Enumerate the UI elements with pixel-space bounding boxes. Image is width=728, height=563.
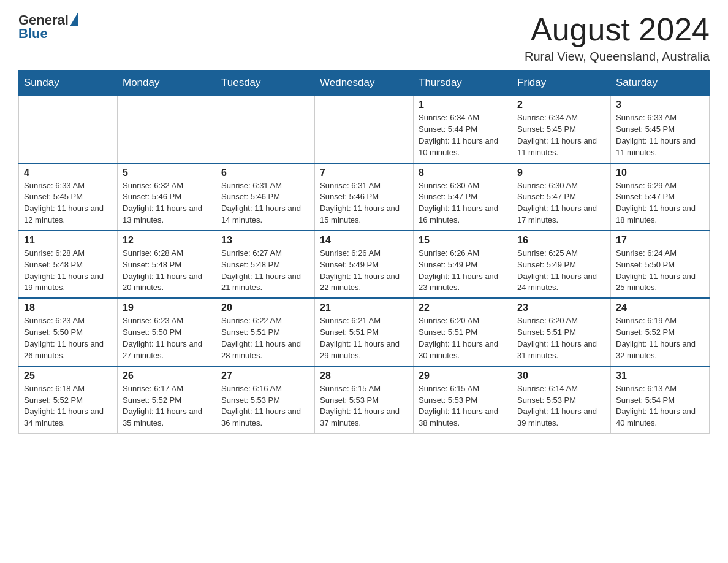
day-info: Sunrise: 6:30 AMSunset: 5:47 PMDaylight:… (419, 180, 507, 226)
calendar-day-cell: 30Sunrise: 6:14 AMSunset: 5:53 PMDayligh… (512, 366, 611, 434)
day-number: 16 (517, 235, 605, 246)
day-number: 30 (517, 370, 605, 381)
day-number: 15 (419, 235, 507, 246)
day-info: Sunrise: 6:18 AMSunset: 5:52 PMDaylight:… (24, 383, 112, 429)
day-number: 22 (419, 302, 507, 313)
day-info: Sunrise: 6:31 AMSunset: 5:46 PMDaylight:… (320, 180, 408, 226)
day-info: Sunrise: 6:32 AMSunset: 5:46 PMDaylight:… (123, 180, 211, 226)
calendar-day-header: Wednesday (315, 71, 414, 96)
page-title: August 2024 (525, 12, 710, 47)
day-number: 27 (221, 370, 309, 381)
day-info: Sunrise: 6:22 AMSunset: 5:51 PMDaylight:… (221, 315, 309, 361)
day-number: 8 (419, 167, 507, 178)
day-number: 26 (123, 370, 211, 381)
calendar-day-cell: 27Sunrise: 6:16 AMSunset: 5:53 PMDayligh… (216, 366, 315, 434)
day-number: 1 (419, 99, 507, 110)
calendar-week-row: 25Sunrise: 6:18 AMSunset: 5:52 PMDayligh… (19, 366, 710, 434)
calendar-week-row: 1Sunrise: 6:34 AMSunset: 5:44 PMDaylight… (19, 96, 710, 163)
calendar-day-cell: 20Sunrise: 6:22 AMSunset: 5:51 PMDayligh… (216, 298, 315, 366)
day-number: 11 (24, 235, 112, 246)
calendar-week-row: 11Sunrise: 6:28 AMSunset: 5:48 PMDayligh… (19, 231, 710, 298)
day-info: Sunrise: 6:33 AMSunset: 5:45 PMDaylight:… (24, 180, 112, 226)
day-info: Sunrise: 6:23 AMSunset: 5:50 PMDaylight:… (24, 315, 112, 361)
calendar-day-cell: 4Sunrise: 6:33 AMSunset: 5:45 PMDaylight… (19, 163, 118, 231)
day-info: Sunrise: 6:15 AMSunset: 5:53 PMDaylight:… (419, 383, 507, 429)
logo-blue-text: Blue (18, 26, 48, 42)
day-number: 29 (419, 370, 507, 381)
calendar-day-cell: 11Sunrise: 6:28 AMSunset: 5:48 PMDayligh… (19, 231, 118, 298)
day-info: Sunrise: 6:31 AMSunset: 5:46 PMDaylight:… (221, 180, 309, 226)
calendar-day-cell: 28Sunrise: 6:15 AMSunset: 5:53 PMDayligh… (315, 366, 414, 434)
calendar-day-cell: 26Sunrise: 6:17 AMSunset: 5:52 PMDayligh… (118, 366, 216, 434)
calendar-day-cell: 3Sunrise: 6:33 AMSunset: 5:45 PMDaylight… (611, 96, 710, 163)
day-info: Sunrise: 6:29 AMSunset: 5:47 PMDaylight:… (616, 180, 704, 226)
calendar-day-cell: 2Sunrise: 6:34 AMSunset: 5:45 PMDaylight… (512, 96, 611, 163)
day-info: Sunrise: 6:20 AMSunset: 5:51 PMDaylight:… (517, 315, 605, 361)
calendar-week-row: 18Sunrise: 6:23 AMSunset: 5:50 PMDayligh… (19, 298, 710, 366)
calendar-day-cell (216, 96, 315, 163)
day-info: Sunrise: 6:20 AMSunset: 5:51 PMDaylight:… (419, 315, 507, 361)
day-info: Sunrise: 6:21 AMSunset: 5:51 PMDaylight:… (320, 315, 408, 361)
day-info: Sunrise: 6:19 AMSunset: 5:52 PMDaylight:… (616, 315, 704, 361)
calendar-day-cell: 31Sunrise: 6:13 AMSunset: 5:54 PMDayligh… (611, 366, 710, 434)
subtitle: Rural View, Queensland, Australia (525, 50, 710, 64)
day-info: Sunrise: 6:16 AMSunset: 5:53 PMDaylight:… (221, 383, 309, 429)
logo: General Blue (18, 12, 78, 42)
day-number: 5 (123, 167, 211, 178)
day-number: 28 (320, 370, 408, 381)
calendar-day-cell: 18Sunrise: 6:23 AMSunset: 5:50 PMDayligh… (19, 298, 118, 366)
calendar-day-header: Tuesday (216, 71, 315, 96)
calendar-day-cell (118, 96, 216, 163)
day-number: 18 (24, 302, 112, 313)
day-number: 19 (123, 302, 211, 313)
calendar-week-row: 4Sunrise: 6:33 AMSunset: 5:45 PMDaylight… (19, 163, 710, 231)
calendar-day-cell: 15Sunrise: 6:26 AMSunset: 5:49 PMDayligh… (414, 231, 512, 298)
day-number: 10 (616, 167, 704, 178)
day-number: 2 (517, 99, 605, 110)
day-number: 7 (320, 167, 408, 178)
calendar-day-cell: 9Sunrise: 6:30 AMSunset: 5:47 PMDaylight… (512, 163, 611, 231)
calendar-day-cell: 10Sunrise: 6:29 AMSunset: 5:47 PMDayligh… (611, 163, 710, 231)
day-number: 9 (517, 167, 605, 178)
title-block: August 2024 Rural View, Queensland, Aust… (525, 12, 710, 64)
day-info: Sunrise: 6:30 AMSunset: 5:47 PMDaylight:… (517, 180, 605, 226)
day-number: 24 (616, 302, 704, 313)
day-number: 3 (616, 99, 704, 110)
calendar-day-cell: 14Sunrise: 6:26 AMSunset: 5:49 PMDayligh… (315, 231, 414, 298)
calendar-day-cell: 17Sunrise: 6:24 AMSunset: 5:50 PMDayligh… (611, 231, 710, 298)
day-number: 4 (24, 167, 112, 178)
calendar-header-row: SundayMondayTuesdayWednesdayThursdayFrid… (19, 71, 710, 96)
day-number: 23 (517, 302, 605, 313)
day-info: Sunrise: 6:27 AMSunset: 5:48 PMDaylight:… (221, 248, 309, 294)
day-number: 21 (320, 302, 408, 313)
calendar-day-cell: 21Sunrise: 6:21 AMSunset: 5:51 PMDayligh… (315, 298, 414, 366)
day-info: Sunrise: 6:17 AMSunset: 5:52 PMDaylight:… (123, 383, 211, 429)
day-info: Sunrise: 6:34 AMSunset: 5:44 PMDaylight:… (419, 112, 507, 158)
calendar-day-cell: 16Sunrise: 6:25 AMSunset: 5:49 PMDayligh… (512, 231, 611, 298)
day-info: Sunrise: 6:13 AMSunset: 5:54 PMDaylight:… (616, 383, 704, 429)
calendar-day-cell: 5Sunrise: 6:32 AMSunset: 5:46 PMDaylight… (118, 163, 216, 231)
calendar-day-cell: 1Sunrise: 6:34 AMSunset: 5:44 PMDaylight… (414, 96, 512, 163)
day-info: Sunrise: 6:14 AMSunset: 5:53 PMDaylight:… (517, 383, 605, 429)
day-number: 25 (24, 370, 112, 381)
calendar-day-header: Monday (118, 71, 216, 96)
logo-triangle-icon (70, 12, 78, 26)
page-header: General Blue August 2024 Rural View, Que… (18, 12, 710, 64)
calendar-day-header: Thursday (414, 71, 512, 96)
calendar-day-cell: 12Sunrise: 6:28 AMSunset: 5:48 PMDayligh… (118, 231, 216, 298)
calendar-day-cell: 6Sunrise: 6:31 AMSunset: 5:46 PMDaylight… (216, 163, 315, 231)
day-info: Sunrise: 6:28 AMSunset: 5:48 PMDaylight:… (24, 248, 112, 294)
calendar-day-cell (19, 96, 118, 163)
day-info: Sunrise: 6:28 AMSunset: 5:48 PMDaylight:… (123, 248, 211, 294)
day-info: Sunrise: 6:15 AMSunset: 5:53 PMDaylight:… (320, 383, 408, 429)
calendar-day-cell: 22Sunrise: 6:20 AMSunset: 5:51 PMDayligh… (414, 298, 512, 366)
calendar-day-cell: 23Sunrise: 6:20 AMSunset: 5:51 PMDayligh… (512, 298, 611, 366)
calendar-day-cell: 25Sunrise: 6:18 AMSunset: 5:52 PMDayligh… (19, 366, 118, 434)
day-info: Sunrise: 6:26 AMSunset: 5:49 PMDaylight:… (320, 248, 408, 294)
calendar-day-cell: 8Sunrise: 6:30 AMSunset: 5:47 PMDaylight… (414, 163, 512, 231)
day-number: 13 (221, 235, 309, 246)
day-info: Sunrise: 6:25 AMSunset: 5:49 PMDaylight:… (517, 248, 605, 294)
calendar-day-cell: 13Sunrise: 6:27 AMSunset: 5:48 PMDayligh… (216, 231, 315, 298)
day-info: Sunrise: 6:26 AMSunset: 5:49 PMDaylight:… (419, 248, 507, 294)
calendar-day-cell (315, 96, 414, 163)
